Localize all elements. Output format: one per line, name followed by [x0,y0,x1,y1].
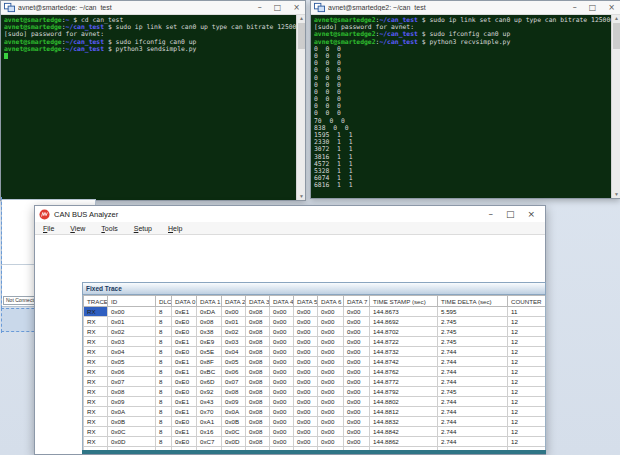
terminal-output[interactable]: avnet@smartedge:~ $ cd can_testavnet@sma… [1,15,296,200]
table-row[interactable]: RX0x0B80xE00xA10x0B0x080x000x000x000x001… [84,417,546,427]
table-cell[interactable]: 0x00 [344,437,370,447]
table-cell[interactable]: 0x00 [270,387,294,397]
table-cell[interactable]: 0x02 [108,327,156,337]
table-cell[interactable]: 0x08 [246,437,270,447]
menu-item-view[interactable]: View [62,225,93,232]
table-cell[interactable]: 0x07 [108,377,156,387]
table-cell[interactable]: 8 [156,437,172,447]
table-cell[interactable]: 0x00 [270,437,294,447]
table-cell[interactable]: 144.8802 [370,397,438,407]
table-cell[interactable]: 0x0C [108,427,156,437]
table-row[interactable]: RX0x0280xE00x380x020x080x000x000x000x001… [84,327,546,337]
table-cell[interactable]: 0xBC [197,367,222,377]
table-cell[interactable]: 2.744 [438,357,508,367]
table-cell[interactable]: 144.8792 [370,387,438,397]
table-cell[interactable]: 2.745 [438,387,508,397]
table-row[interactable]: RX0x0880xE00x920x080x080x000x000x000x001… [84,387,546,397]
table-cell[interactable]: 0x08 [246,347,270,357]
table-cell[interactable]: 12 [508,367,546,377]
table-cell[interactable]: 0xE1 [172,427,197,437]
table-cell[interactable]: 0x16 [197,427,222,437]
table-cell[interactable]: 0x00 [270,337,294,347]
table-cell[interactable]: 0x70 [197,407,222,417]
table-cell[interactable]: 2.744 [438,397,508,407]
terminal-output[interactable]: avnet@smartedge2:~/can_test $ sudo ip li… [311,15,611,198]
table-cell[interactable]: RX [84,387,108,397]
table-row[interactable]: RX0x0C80xE10x160x0C0x080x000x000x000x001… [84,427,546,437]
table-cell[interactable]: 2.744 [438,367,508,377]
table-cell[interactable]: 0x00 [318,407,344,417]
table-cell[interactable]: 12 [508,377,546,387]
table-cell[interactable]: 0xC7 [197,437,222,447]
table-cell[interactable]: 8 [156,317,172,327]
table-cell[interactable]: 0x00 [344,337,370,347]
table-row[interactable]: RX0x0680xE10xBC0x060x080x000x000x000x001… [84,367,546,377]
minimize-button[interactable]: – [258,4,262,12]
table-cell[interactable]: 5.595 [438,307,508,317]
table-cell[interactable]: 0x00 [318,437,344,447]
table-cell[interactable]: 0x00 [344,347,370,357]
table-cell[interactable]: 12 [508,407,546,417]
table-cell[interactable]: 144.8722 [370,337,438,347]
menu-item-file[interactable]: File [35,225,62,232]
table-cell[interactable]: 0x00 [222,307,246,317]
table-cell[interactable]: 0x0A [222,407,246,417]
table-cell[interactable]: 0x0A [108,407,156,417]
table-cell[interactable]: RX [84,307,108,317]
table-cell[interactable]: 0xE1 [172,367,197,377]
table-cell[interactable]: 0x03 [108,337,156,347]
table-cell[interactable]: 0x00 [270,377,294,387]
table-cell[interactable]: 0xE1 [172,307,197,317]
maximize-button[interactable]: □ [506,210,515,219]
table-cell[interactable]: 0x00 [344,407,370,417]
table-row[interactable]: RX0x0980xE10x430x090x080x000x000x000x001… [84,397,546,407]
scrollbar-thumb[interactable] [613,23,620,49]
table-cell[interactable]: 0x00 [294,427,318,437]
table-cell[interactable]: 0x04 [108,347,156,357]
table-cell[interactable]: 0x08 [246,377,270,387]
table-cell[interactable]: 8 [156,357,172,367]
table-cell[interactable]: RX [84,367,108,377]
table-cell[interactable]: 8 [156,417,172,427]
table-cell[interactable]: 0x00 [318,327,344,337]
table-cell[interactable]: 0x00 [318,347,344,357]
table-cell[interactable]: 0x07 [222,377,246,387]
table-cell[interactable]: 0xE0 [172,327,197,337]
table-cell[interactable]: 0x00 [270,367,294,377]
table-cell[interactable]: 0x00 [294,417,318,427]
table-cell[interactable]: 12 [508,417,546,427]
table-cell[interactable]: 0x00 [270,417,294,427]
table-cell[interactable]: RX [84,337,108,347]
table-cell[interactable]: 0x08 [246,327,270,337]
table-cell[interactable]: 0x0C [222,427,246,437]
table-cell[interactable]: 11 [508,307,546,317]
table-cell[interactable]: 0x00 [318,427,344,437]
table-cell[interactable]: 0x00 [318,317,344,327]
table-cell[interactable]: 0x00 [318,367,344,377]
analyzer-titlebar[interactable]: CAN BUS Analyzer – □ × [35,206,545,222]
table-cell[interactable]: 8 [156,327,172,337]
table-cell[interactable]: 0x00 [318,337,344,347]
table-cell[interactable]: 2.745 [438,327,508,337]
table-cell[interactable]: 2.745 [438,317,508,327]
table-cell[interactable]: 12 [508,337,546,347]
table-cell[interactable]: 12 [508,397,546,407]
table-cell[interactable]: 0x00 [344,427,370,437]
table-cell[interactable]: 0x00 [344,417,370,427]
table-cell[interactable]: 0xE9 [197,337,222,347]
table-cell[interactable]: 144.8762 [370,367,438,377]
table-cell[interactable]: RX [84,377,108,387]
table-cell[interactable]: 0x09 [108,397,156,407]
table-cell[interactable]: 0x08 [246,357,270,367]
table-cell[interactable]: 0x00 [344,367,370,377]
table-cell[interactable]: 144.8732 [370,347,438,357]
table-cell[interactable]: 0x43 [197,397,222,407]
table-cell[interactable]: RX [84,417,108,427]
table-cell[interactable]: 0x08 [222,387,246,397]
table-cell[interactable]: 0x0D [108,437,156,447]
table-cell[interactable]: 12 [508,347,546,357]
table-cell[interactable]: 0xE1 [172,357,197,367]
scrollbar[interactable]: ▲ ▼ [296,15,305,200]
table-cell[interactable]: 0x08 [197,317,222,327]
terminal-titlebar[interactable]: avnet@smartedge2: ~/can_test – □ × [311,1,620,15]
